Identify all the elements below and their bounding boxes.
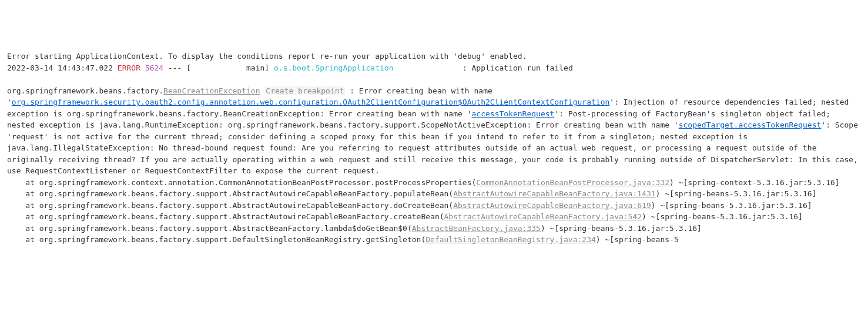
stack-tail: ) ~[spring-beans-5 <box>596 235 679 244</box>
log-thread: [ main] <box>186 63 269 72</box>
stack-file-link[interactable]: AbstractAutowireCapableBeanFactory.java:… <box>453 189 655 198</box>
access-token-request-link[interactable]: accessTokenRequest <box>472 109 555 118</box>
stack-at: at org.springframework.context.annotatio… <box>7 178 476 187</box>
log-pid: 5624 <box>145 63 163 72</box>
stack-tail: ) ~[spring-beans-5.3.16.jar:5.3.16] <box>642 212 803 221</box>
scoped-target-link[interactable]: scopedTarget.accessTokenRequest <box>679 120 822 129</box>
exception-class-link[interactable]: BeanCreationException <box>163 86 260 95</box>
stack-tail: ) ~[spring-beans-5.3.16.jar:5.3.16] <box>651 201 812 210</box>
bean-config-link[interactable]: org.springframework.security.oauth2.conf… <box>12 98 609 106</box>
stack-tail: ) ~[spring-beans-5.3.16.jar:5.3.16] <box>541 224 702 233</box>
log-dashes: --- <box>168 63 182 72</box>
stack-at: at org.springframework.beans.factory.sup… <box>7 224 412 233</box>
stack-tail: ) ~[spring-context-5.3.16.jar:5.3.16] <box>669 178 840 187</box>
stack-file-link[interactable]: AbstractAutowireCapableBeanFactory.java:… <box>453 201 651 210</box>
stack-frame: at org.springframework.beans.factory.sup… <box>7 235 679 244</box>
create-breakpoint-action[interactable]: Create breakpoint <box>264 86 345 95</box>
stack-tail: ) ~[spring-beans-5.3.16.jar:5.3.16] <box>656 189 817 198</box>
stack-at: at org.springframework.beans.factory.sup… <box>7 235 425 244</box>
stack-at: at org.springframework.beans.factory.sup… <box>7 212 444 221</box>
log-header-line1: Error starting ApplicationContext. To di… <box>7 51 861 62</box>
stack-at: at org.springframework.beans.factory.sup… <box>7 201 453 210</box>
log-message: Application run failed <box>472 63 573 72</box>
log-timestamp: 2022-03-14 14:43:47.022 <box>7 63 113 72</box>
stack-frame: at org.springframework.context.annotatio… <box>7 178 840 187</box>
stack-file-link[interactable]: AbstractAutowireCapableBeanFactory.java:… <box>444 212 642 221</box>
log-logger-pad <box>393 63 462 72</box>
stack-at: at org.springframework.beans.factory.sup… <box>7 189 453 198</box>
stack-frame: at org.springframework.beans.factory.sup… <box>7 201 812 210</box>
stack-frame: at org.springframework.beans.factory.sup… <box>7 224 702 233</box>
stack-file-link[interactable]: AbstractBeanFactory.java:335 <box>412 224 541 233</box>
stack-file-link[interactable]: DefaultSingletonBeanRegistry.java:234 <box>425 235 596 244</box>
log-logger[interactable]: o.s.boot.SpringApplication <box>274 63 394 72</box>
log-level: ERROR <box>118 63 140 72</box>
log-msg-colon: : <box>463 63 472 72</box>
exception-prefix: org.springframework.beans.factory. <box>7 86 163 95</box>
stack-frame: at org.springframework.beans.factory.sup… <box>7 212 803 221</box>
stack-file-link[interactable]: CommonAnnotationBeanPostProcessor.java:3… <box>476 178 669 187</box>
stack-frame: at org.springframework.beans.factory.sup… <box>7 189 817 198</box>
